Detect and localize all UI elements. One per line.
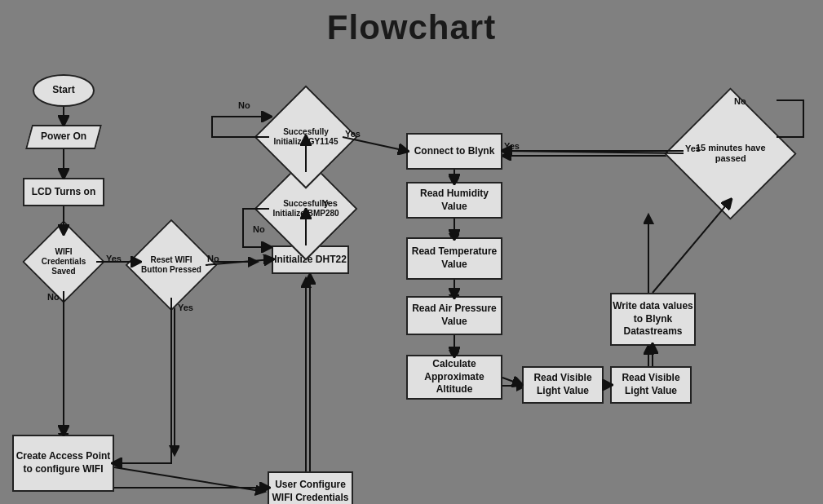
calc-altitude-node: Calculate Approximate Altitude	[406, 355, 502, 400]
label-no-15min: No	[734, 96, 746, 106]
init-gy1145-node: Succesfully Initialize GY1145	[254, 85, 357, 188]
label-yes-blynk: Yes	[504, 141, 520, 151]
lcd-node: LCD Turns on	[23, 178, 104, 206]
label-yes-bmp: Yes	[322, 198, 338, 208]
read-humidity-node: Read Humidity Value	[406, 182, 502, 219]
read-light1-node: Read Visible Light Value	[522, 366, 604, 404]
svg-line-7	[114, 467, 265, 492]
svg-line-38	[502, 378, 520, 384]
label-yes-reset: Yes	[178, 303, 193, 312]
create-ap-node: Create Access Point to configure WIFI	[12, 435, 114, 492]
write-blynk-node: Write data values to Blynk Datastreams	[610, 293, 696, 346]
start-node: Start	[33, 74, 95, 107]
read-light2-node: Read Visible Light Value	[610, 366, 692, 404]
label-yes-gy: Yes	[345, 129, 361, 139]
connect-blynk-node: Connect to Blynk	[406, 133, 502, 170]
user-config-node: User Configure WIFI Credentials	[268, 471, 353, 504]
read-pressure-node: Read Air Pressure Value	[406, 296, 502, 335]
label-no-gy: No	[238, 100, 250, 110]
label-yes-15min: Yes	[685, 144, 701, 153]
minutes-15-node: 15 minutes have passed	[664, 87, 797, 220]
reset-wifi-node: Reset WIFI Button Pressed	[125, 219, 217, 311]
label-no-wifi: No	[47, 292, 60, 302]
label-no-reset: No	[207, 254, 219, 263]
read-temp-node: Read Temperature Value	[406, 237, 502, 280]
label-no-bmp: No	[253, 224, 265, 234]
wifi-cred-node: WIFI Credentials Saved	[22, 220, 105, 303]
svg-line-42	[504, 151, 684, 153]
page-title: Flowchart	[0, 0, 823, 51]
label-yes-wifi: Yes	[106, 254, 122, 263]
power-on-node: Power On	[25, 125, 102, 149]
svg-line-41	[653, 201, 730, 293]
